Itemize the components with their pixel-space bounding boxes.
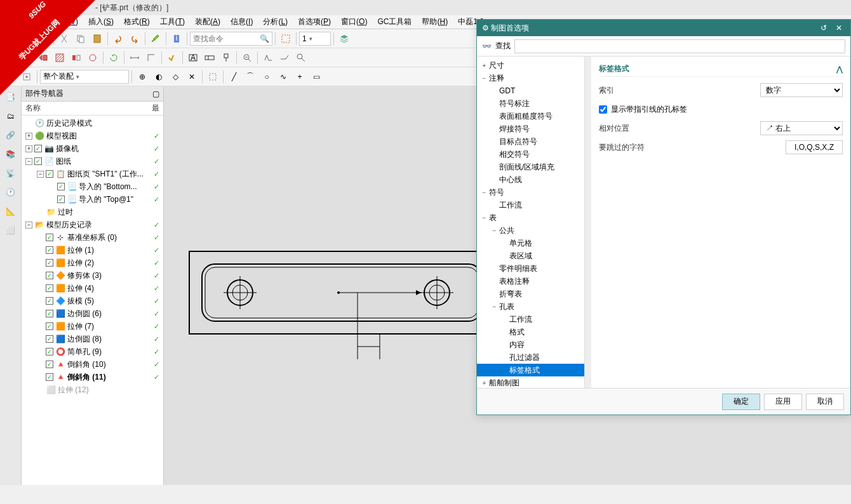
dialog-tree-item[interactable]: −符号 xyxy=(477,186,584,199)
dialog-tree-item[interactable]: 表区域 xyxy=(477,249,584,262)
point-tool-button[interactable]: + xyxy=(292,69,307,84)
roles-tab[interactable]: 📐 xyxy=(3,203,19,220)
tree-row[interactable]: ✓🔷拔模 (5)✓ xyxy=(22,295,163,307)
tree-row[interactable]: ✓🔺倒斜角 (11)✓ xyxy=(22,371,163,383)
view-wiz-button[interactable] xyxy=(36,50,51,65)
position-select[interactable]: ↗ 右上 xyxy=(760,121,843,135)
nav-max-icon[interactable]: ▢ xyxy=(152,90,159,98)
checkbox-icon[interactable]: ✓ xyxy=(34,157,42,165)
menu-item[interactable]: 窗口(O) xyxy=(336,17,372,27)
expand-icon[interactable] xyxy=(501,354,508,361)
expand-icon[interactable]: − xyxy=(481,189,488,196)
checkbox-icon[interactable]: ✓ xyxy=(46,297,53,305)
dialog-tree-item[interactable]: 剖面线/区域填充 xyxy=(477,161,584,173)
dialog-tree-item[interactable]: 相交符号 xyxy=(477,148,584,161)
expand-icon[interactable]: − xyxy=(481,215,488,222)
dialog-tree-item[interactable]: 表格注释 xyxy=(477,275,584,288)
tree-row[interactable]: ✓🔶修剪体 (3)✓ xyxy=(22,269,163,282)
ok-button[interactable]: 确定 xyxy=(722,394,760,410)
open-button[interactable] xyxy=(19,31,34,46)
spline-tool-button[interactable]: ∿ xyxy=(276,69,291,84)
checkbox-icon[interactable]: ✓ xyxy=(34,145,42,152)
checkbox-icon[interactable]: ✓ xyxy=(46,246,53,254)
dialog-reset-button[interactable]: ↺ xyxy=(817,23,830,32)
menu-item[interactable]: 首选项(P) xyxy=(293,17,336,27)
dialog-tree-item[interactable]: 中心线 xyxy=(477,173,584,186)
dialog-close-button[interactable]: ✕ xyxy=(833,23,845,32)
menu-item[interactable]: 帮助(H) xyxy=(417,17,453,27)
balloon-button[interactable] xyxy=(293,50,309,65)
tree-row[interactable]: ✓🟦边倒圆 (8)✓ xyxy=(22,333,163,345)
expand-icon[interactable] xyxy=(501,342,508,348)
expand-icon[interactable] xyxy=(501,329,508,336)
apply-button[interactable]: 应用 xyxy=(764,394,802,410)
sketch-button[interactable] xyxy=(3,50,18,65)
tree-row[interactable]: ✓⊹基准坐标系 (0)✓ xyxy=(22,231,163,244)
note-button[interactable] xyxy=(164,50,180,65)
expand-icon[interactable] xyxy=(491,88,498,95)
expand-icon[interactable] xyxy=(491,138,498,145)
sheet-button[interactable] xyxy=(19,50,34,65)
expand-icon[interactable]: − xyxy=(491,227,498,234)
tree-row[interactable]: −✓📋图纸页 "SHT1" (工作...✓ xyxy=(22,168,163,180)
tree-row[interactable]: 🕐历史记录模式 xyxy=(22,117,163,129)
checkbox-icon[interactable]: ✓ xyxy=(46,322,53,330)
collapse-icon[interactable]: ⋀ xyxy=(836,65,843,74)
expand-icon[interactable] xyxy=(491,278,498,285)
dialog-tree-item[interactable]: 折弯表 xyxy=(477,288,584,300)
expand-icon[interactable] xyxy=(501,240,508,247)
menu-item[interactable]: GC工具箱 xyxy=(372,17,417,27)
dialog-search-input[interactable] xyxy=(514,39,845,53)
cancel-button[interactable]: 取消 xyxy=(806,394,844,410)
expand-icon[interactable] xyxy=(491,265,498,272)
tree-row[interactable]: ✓🟧拉伸 (1)✓ xyxy=(22,244,163,256)
new-button[interactable] xyxy=(3,31,18,46)
update-button[interactable] xyxy=(106,50,121,65)
dialog-tree-item[interactable]: GDT xyxy=(477,84,584,97)
dialog-nav-tree[interactable]: +尺寸−注释GDT符号标注表面粗糙度符号焊接符号目标点符号相交符号剖面线/区域填… xyxy=(477,56,585,388)
expand-icon[interactable] xyxy=(491,176,498,183)
checkbox-icon[interactable]: ✓ xyxy=(57,196,65,203)
tree-row[interactable]: ✓🟧拉伸 (4)✓ xyxy=(22,282,163,295)
tree-scrollbar[interactable] xyxy=(585,56,591,388)
tree-row[interactable]: +🟢模型视图✓ xyxy=(22,129,163,142)
line-width-combo[interactable]: 1 xyxy=(299,32,331,46)
part-nav-tab[interactable]: 📑 xyxy=(3,89,19,105)
save-button[interactable] xyxy=(36,31,51,46)
zoom-out-button[interactable] xyxy=(239,50,255,65)
gdt-button[interactable] xyxy=(202,50,217,65)
dialog-tree-item[interactable]: −表 xyxy=(477,211,584,224)
dialog-tree-item[interactable]: 目标点符号 xyxy=(477,135,584,148)
expand-icon[interactable] xyxy=(501,253,508,260)
checkbox-icon[interactable]: ✓ xyxy=(46,373,53,381)
hatch-button[interactable] xyxy=(52,50,67,65)
expand-icon[interactable]: − xyxy=(25,222,32,229)
menu-item[interactable]: 信息(I) xyxy=(225,17,258,27)
tree-row[interactable]: ✓🟧拉伸 (2)✓ xyxy=(22,256,163,269)
reuse-tab[interactable]: 📚 xyxy=(3,146,19,162)
surface-finish-button[interactable] xyxy=(260,50,276,65)
redo-button[interactable] xyxy=(127,31,142,46)
dialog-tree-item[interactable]: 工作流 xyxy=(477,199,584,211)
expand-icon[interactable] xyxy=(491,202,498,209)
snap-point-button[interactable]: ⊕ xyxy=(135,69,150,84)
menu-item[interactable]: 装配(A) xyxy=(190,17,225,27)
tree-row[interactable]: ⬜拉伸 (12) xyxy=(22,383,163,396)
dialog-tree-item[interactable]: 表面粗糙度符号 xyxy=(477,110,584,123)
snap-end-button[interactable]: ◇ xyxy=(168,69,183,84)
checkbox-icon[interactable]: ✓ xyxy=(46,348,53,355)
expand-icon[interactable]: + xyxy=(25,133,32,140)
dialog-tree-item[interactable]: +尺寸 xyxy=(477,59,584,72)
circle-tool-button[interactable]: ○ xyxy=(259,69,274,84)
ordinate-button[interactable] xyxy=(144,50,159,65)
dialog-tree-item[interactable]: 孔过滤器 xyxy=(477,351,584,364)
nav-tree[interactable]: 🕐历史记录模式+🟢模型视图✓+✓📷摄像机✓−✓📄图纸✓−✓📋图纸页 "SHT1"… xyxy=(22,116,163,485)
checkbox-icon[interactable]: ✓ xyxy=(46,335,53,343)
checkbox-icon[interactable]: ✓ xyxy=(46,259,53,267)
dialog-tree-item[interactable]: 焊接符号 xyxy=(477,123,584,135)
filter-none-button[interactable] xyxy=(3,69,18,84)
menu-item[interactable]: 视图(V) xyxy=(48,17,83,27)
expand-icon[interactable] xyxy=(491,126,498,133)
expand-icon[interactable] xyxy=(491,291,498,298)
checkbox-icon[interactable]: ✓ xyxy=(57,183,65,190)
